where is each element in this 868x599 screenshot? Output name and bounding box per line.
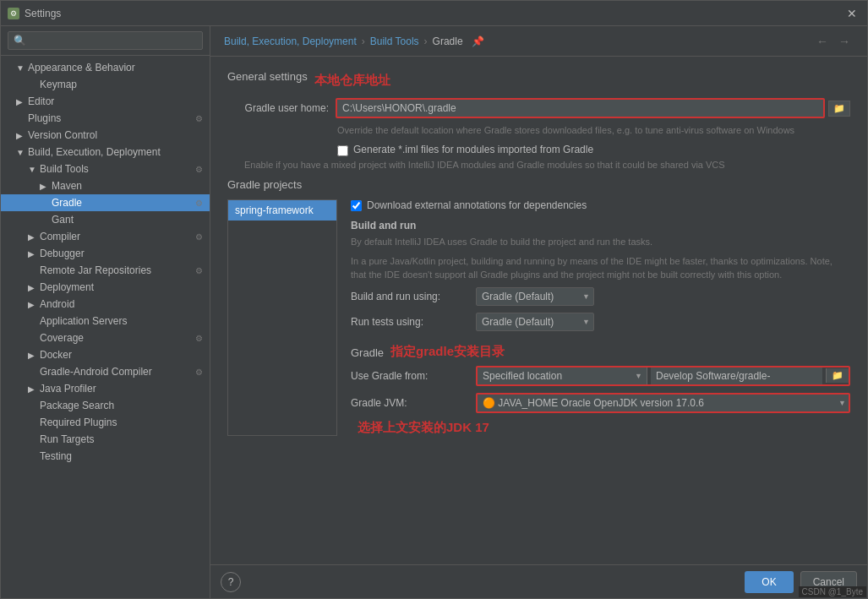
sidebar-item-label: Version Control (28, 129, 97, 141)
breadcrumb-part1[interactable]: Build, Execution, Deployment (224, 35, 357, 47)
arrow-icon: ▶ (16, 97, 25, 106)
project-item[interactable]: spring-framework (228, 200, 336, 221)
sidebar-item-compiler[interactable]: ▶ Compiler ⚙ (1, 228, 210, 245)
bottom-bar: ? OK Cancel (210, 564, 867, 598)
run-tests-using-label: Run tests using: (351, 316, 469, 328)
breadcrumb-part2[interactable]: Build Tools (370, 35, 419, 47)
sidebar-item-testing[interactable]: Testing (1, 448, 210, 465)
sidebar-item-build-exec-deploy[interactable]: ▼ Build, Execution, Deployment (1, 144, 210, 161)
sidebar-item-label: Package Search (40, 400, 114, 411)
sidebar-item-java-profiler[interactable]: ▶ Java Profiler (1, 380, 210, 397)
annotation-jdk: 选择上文安装的JDK 17 (358, 420, 489, 434)
gear-icon: ⚙ (195, 368, 203, 377)
arrow-icon: ▼ (16, 148, 25, 157)
sidebar-item-editor[interactable]: ▶ Editor (1, 93, 210, 110)
sidebar-item-plugins[interactable]: Plugins ⚙ (1, 110, 210, 127)
gradle-path-folder-button[interactable]: 📁 (826, 368, 849, 383)
generate-iml-checkbox[interactable] (337, 145, 348, 156)
build-run-info2: In a pure Java/Kotlin project, building … (351, 254, 850, 282)
gradle-jvm-label: Gradle JVM: (351, 397, 469, 409)
title-bar: ⚙ Settings ✕ (1, 1, 867, 26)
bottom-left: ? (221, 572, 241, 592)
download-annotations-row: Download external annotations for depend… (351, 199, 850, 211)
back-button[interactable]: ← (813, 33, 832, 50)
settings-window: ⚙ Settings ✕ ▼ Appearance & Behavior Key… (0, 0, 868, 599)
forward-button[interactable]: → (835, 33, 854, 50)
sidebar-item-label: Testing (40, 450, 72, 462)
project-list: spring-framework (227, 199, 337, 436)
sidebar-item-remote-jar[interactable]: Remote Jar Repositories ⚙ (1, 262, 210, 279)
sidebar-item-label: Appearance & Behavior (28, 62, 135, 74)
gradle-projects-label: Gradle projects (227, 178, 850, 191)
sidebar-item-label: Run Targets (40, 433, 94, 445)
sidebar-item-gradle-android[interactable]: Gradle-Android Compiler ⚙ (1, 363, 210, 380)
build-run-using-row: Build and run using: Gradle (Default) (351, 287, 850, 306)
sidebar-item-debugger[interactable]: ▶ Debugger (1, 245, 210, 262)
ok-button[interactable]: OK (745, 571, 793, 593)
gradle-home-folder-button[interactable]: 📁 (828, 101, 850, 117)
sidebar-item-build-tools[interactable]: ▼ Build Tools ⚙ (1, 161, 210, 177)
gradle-section-title: Gradle (351, 346, 384, 359)
sidebar-item-gradle[interactable]: Gradle ⚙ (1, 194, 210, 211)
gradle-section-header: Gradle 指定gradle安装目录 (351, 338, 850, 366)
use-gradle-from-row: Use Gradle from: Specified location Wrap… (351, 366, 850, 386)
sidebar: ▼ Appearance & Behavior Keymap ▶ Editor … (1, 26, 210, 598)
sidebar-item-label: Docker (40, 349, 72, 361)
close-button[interactable]: ✕ (843, 7, 860, 20)
arrow-icon: ▶ (28, 249, 36, 259)
generate-iml-row: Generate *.iml files for modules importe… (227, 144, 850, 156)
gradle-path-input[interactable] (651, 368, 822, 384)
arrow-icon: ▼ (16, 63, 25, 73)
gradle-jvm-select[interactable]: 🟠 JAVA_HOME Oracle OpenJDK version 17.0.… (476, 393, 850, 413)
sidebar-item-label: Gradle-Android Compiler (40, 366, 152, 378)
gradle-projects-section: spring-framework Download external annot… (227, 199, 850, 436)
specified-location-select[interactable]: Specified location Wrapper Local install… (478, 368, 647, 384)
build-run-using-select-wrap: Gradle (Default) (476, 287, 594, 306)
sidebar-item-keymap[interactable]: Keymap (1, 76, 210, 93)
sidebar-item-label: Required Plugins (40, 417, 117, 428)
sidebar-item-label: Gant (52, 214, 74, 226)
nav-arrows: ← → (813, 33, 854, 50)
sidebar-item-coverage[interactable]: Coverage ⚙ (1, 329, 210, 346)
sidebar-item-label: Application Servers (40, 315, 127, 327)
main-panel: Build, Execution, Deployment › Build Too… (210, 26, 867, 598)
build-run-using-select[interactable]: Gradle (Default) (476, 287, 594, 306)
sidebar-item-maven[interactable]: ▶ Maven (1, 177, 210, 194)
sidebar-item-application-servers[interactable]: Application Servers (1, 313, 210, 329)
gear-icon: ⚙ (195, 266, 203, 275)
help-button[interactable]: ? (221, 572, 241, 592)
breadcrumb-bar: Build, Execution, Deployment › Build Too… (210, 26, 867, 57)
sidebar-item-label: Build, Execution, Deployment (28, 146, 161, 158)
sidebar-item-version-control[interactable]: ▶ Version Control (1, 127, 210, 144)
sidebar-item-docker[interactable]: ▶ Docker (1, 346, 210, 363)
gradle-user-home-input[interactable] (336, 98, 825, 118)
sidebar-item-label: Remote Jar Repositories (40, 264, 151, 276)
sidebar-item-package-search[interactable]: Package Search (1, 397, 210, 414)
sidebar-item-label: Java Profiler (40, 383, 96, 395)
download-annotations-checkbox[interactable] (351, 200, 362, 211)
sidebar-item-label: Keymap (40, 79, 77, 90)
run-tests-using-row: Run tests using: Gradle (Default) (351, 313, 850, 331)
sidebar-item-label: Gradle (52, 197, 82, 209)
download-annotations-label: Download external annotations for depend… (367, 199, 587, 211)
run-tests-using-select[interactable]: Gradle (Default) (476, 313, 594, 331)
sidebar-item-run-targets[interactable]: Run Targets (1, 431, 210, 448)
sidebar-item-deployment[interactable]: ▶ Deployment (1, 279, 210, 296)
sidebar-item-label: Plugins (28, 112, 61, 124)
gradle-settings-content: General settings 本地仓库地址 Gradle user home… (210, 57, 867, 564)
sidebar-item-required-plugins[interactable]: Required Plugins (1, 414, 210, 431)
sidebar-item-label: Build Tools (40, 163, 89, 175)
gradle-jvm-select-wrap: 🟠 JAVA_HOME Oracle OpenJDK version 17.0.… (476, 393, 850, 413)
arrow-icon: ▶ (28, 384, 36, 394)
sidebar-item-appearance-behavior[interactable]: ▼ Appearance & Behavior (1, 59, 210, 76)
search-input[interactable] (8, 31, 203, 50)
sidebar-item-gant[interactable]: Gant (1, 211, 210, 228)
gear-icon: ⚙ (195, 199, 203, 208)
gradle-user-home-input-wrap: 📁 (336, 98, 850, 118)
sidebar-item-label: Debugger (40, 248, 85, 259)
title-bar-left: ⚙ Settings (8, 8, 61, 19)
specified-location-select-wrap: Specified location Wrapper Local install… (478, 368, 647, 384)
gear-icon: ⚙ (195, 114, 203, 123)
gradle-right-panel: Download external annotations for depend… (351, 199, 850, 436)
sidebar-item-android[interactable]: ▶ Android (1, 296, 210, 313)
